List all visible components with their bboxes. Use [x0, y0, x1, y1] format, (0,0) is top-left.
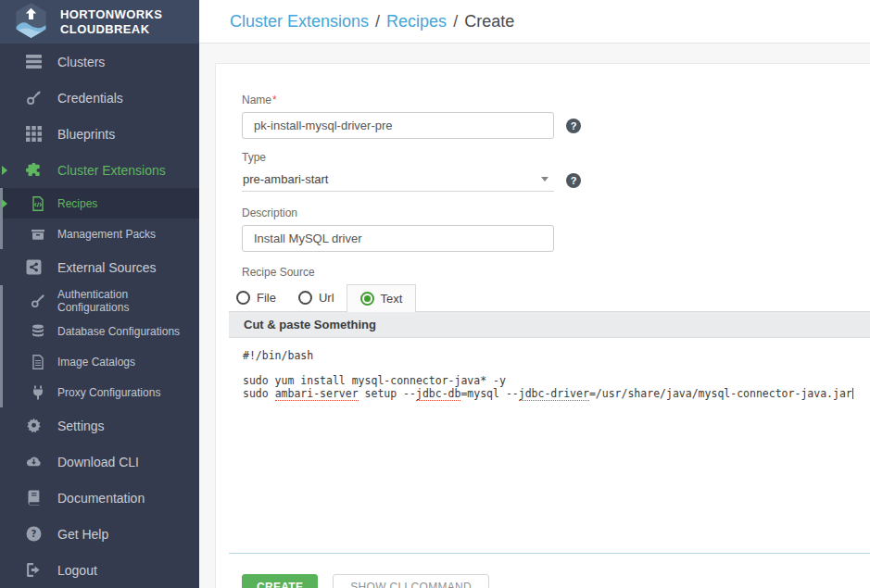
- form-actions: CREATE SHOW CLI COMMAND: [242, 574, 870, 588]
- create-recipe-card: Name* ? Type pre-ambari-start ? Descript: [215, 63, 870, 588]
- sidebar-item-get-help[interactable]: ?Get Help: [0, 516, 199, 552]
- sidebar-subgroup: Authentication ConfigurationsDatabase Co…: [0, 285, 199, 407]
- box-icon: [31, 227, 45, 242]
- sidebar-item-label: Clusters: [57, 55, 105, 69]
- sidebar-item-label: Authentication Configurations: [57, 288, 199, 314]
- recipe-source-group: Recipe Source: [242, 266, 870, 279]
- recipe-source-label: Recipe Source: [242, 266, 870, 279]
- sidebar-item-blueprints[interactable]: Blueprints: [0, 116, 199, 152]
- sidebar-nav: ClustersCredentialsBlueprintsCluster Ext…: [0, 44, 199, 588]
- recipe-source-options: FileUrlText: [236, 284, 870, 311]
- breadcrumb-link-cluster-extensions[interactable]: Cluster Extensions: [230, 12, 369, 31]
- question-circle-icon: ?: [24, 526, 43, 542]
- sidebar-item-label: Settings: [57, 419, 105, 433]
- key-icon: [24, 90, 43, 106]
- code-line: [243, 363, 870, 376]
- radio-file[interactable]: File: [236, 284, 276, 311]
- sidebar-item-documentation[interactable]: Documentation: [0, 480, 199, 516]
- type-help-icon[interactable]: ?: [566, 173, 581, 188]
- sidebar-item-label: Cluster Extensions: [57, 163, 166, 178]
- sidebar-item-label: Management Packs: [57, 228, 156, 241]
- radio-text[interactable]: Text: [360, 292, 403, 306]
- breadcrumb-current: Create: [464, 12, 514, 31]
- sign-out-icon: [24, 562, 43, 578]
- sidebar-item-external-sources[interactable]: External Sources: [0, 249, 199, 285]
- radio-label: Text: [381, 292, 403, 306]
- sidebar-item-image-catalogs[interactable]: Image Catalogs: [0, 346, 199, 377]
- sidebar-item-proxy-configurations[interactable]: Proxy Configurations: [0, 377, 199, 407]
- sidebar-item-label: Database Configurations: [57, 325, 180, 338]
- show-cli-command-button[interactable]: SHOW CLI COMMAND: [333, 574, 489, 588]
- sidebar-item-label: Get Help: [57, 527, 108, 542]
- sidebar-item-cluster-extensions[interactable]: Cluster Extensions: [0, 152, 199, 188]
- cloudbreak-logo-icon: [15, 3, 47, 42]
- misspelled-word: ambari-server: [275, 387, 359, 401]
- plug-icon: [31, 385, 45, 400]
- recipe-text-editor[interactable]: #!/bin/bash sudo yum install mysql-conne…: [229, 338, 870, 554]
- name-help-icon[interactable]: ?: [566, 119, 581, 133]
- recipe-editor-panel: Cut & paste Something #!/bin/bash sudo y…: [229, 311, 870, 554]
- file-code-icon: [31, 196, 45, 211]
- sidebar-item-label: Download CLI: [57, 455, 139, 469]
- radio-label: File: [257, 291, 276, 305]
- required-asterisk: *: [272, 94, 277, 106]
- breadcrumb-bar: Cluster Extensions/Recipes/Create: [199, 0, 870, 44]
- code-line: sudo ambari-server setup --jdbc-db=mysql…: [243, 388, 870, 401]
- sidebar-item-recipes[interactable]: Recipes: [0, 188, 199, 219]
- sidebar-item-clusters[interactable]: Clusters: [0, 44, 199, 80]
- sidebar-item-authentication-configurations[interactable]: Authentication Configurations: [0, 285, 199, 316]
- radio-button-icon: [236, 291, 250, 305]
- gear-icon: [24, 418, 43, 433]
- name-field-group: Name* ?: [242, 94, 870, 139]
- radio-url[interactable]: Url: [298, 284, 334, 311]
- sidebar-item-settings[interactable]: Settings: [0, 407, 199, 444]
- brand[interactable]: HORTONWORKS CLOUDBREAK: [0, 0, 199, 44]
- misspelled-word: jdbc-db: [416, 387, 460, 401]
- share-icon: [24, 259, 43, 275]
- sidebar-item-label: Blueprints: [57, 127, 115, 142]
- sidebar-subgroup: RecipesManagement Packs: [0, 188, 199, 249]
- sidebar-item-label: Documentation: [57, 491, 145, 506]
- description-input[interactable]: [242, 225, 554, 252]
- text-cursor: [852, 388, 853, 399]
- grid-icon: [24, 126, 43, 142]
- sidebar: HORTONWORKS CLOUDBREAK ClustersCredentia…: [0, 0, 199, 588]
- editor-header: Cut & paste Something: [229, 311, 870, 338]
- code-line: #!/bin/bash: [243, 350, 870, 363]
- breadcrumb-separator: /: [453, 12, 458, 31]
- sidebar-item-download-cli[interactable]: Download CLI: [0, 444, 199, 480]
- cloud-download-icon: [24, 454, 43, 469]
- main-area: Cluster Extensions/Recipes/Create Name* …: [199, 0, 870, 588]
- sidebar-item-management-packs[interactable]: Management Packs: [0, 219, 199, 249]
- breadcrumb: Cluster Extensions/Recipes/Create: [230, 12, 514, 31]
- create-button[interactable]: CREATE: [242, 574, 318, 588]
- content-area: Name* ? Type pre-ambari-start ? Descript: [199, 44, 870, 588]
- file-icon: [31, 355, 45, 369]
- breadcrumb-separator: /: [375, 12, 380, 31]
- type-select[interactable]: pre-ambari-start: [242, 169, 554, 192]
- sidebar-item-credentials[interactable]: Credentials: [0, 80, 199, 116]
- sidebar-item-logout[interactable]: Logout: [0, 552, 199, 588]
- radio-button-icon: [298, 291, 312, 305]
- puzzle-icon: [24, 162, 43, 178]
- sidebar-item-label: Credentials: [57, 91, 123, 106]
- radio-label: Url: [319, 291, 334, 305]
- name-input[interactable]: [242, 112, 554, 139]
- description-label: Description: [242, 206, 870, 219]
- text-source-tab: Text: [347, 284, 417, 312]
- sidebar-item-label: Recipes: [57, 197, 97, 210]
- brand-title: HORTONWORKS CLOUDBREAK: [60, 7, 162, 37]
- sidebar-item-database-configurations[interactable]: Database Configurations: [0, 316, 199, 346]
- sidebar-item-label: Proxy Configurations: [57, 386, 160, 399]
- sidebar-item-label: Image Catalogs: [57, 356, 135, 369]
- code-line: sudo yum install mysql-connector-java* -…: [243, 375, 870, 388]
- breadcrumb-link-recipes[interactable]: Recipes: [386, 12, 447, 31]
- servers-icon: [24, 54, 43, 69]
- sidebar-item-label: Logout: [57, 563, 97, 578]
- type-field-group: Type pre-ambari-start ?: [242, 151, 870, 192]
- sidebar-item-label: External Sources: [57, 260, 157, 275]
- description-field-group: Description: [242, 206, 870, 252]
- book-icon: [24, 490, 43, 506]
- type-select-value: pre-ambari-start: [243, 172, 328, 186]
- type-label: Type: [242, 151, 870, 164]
